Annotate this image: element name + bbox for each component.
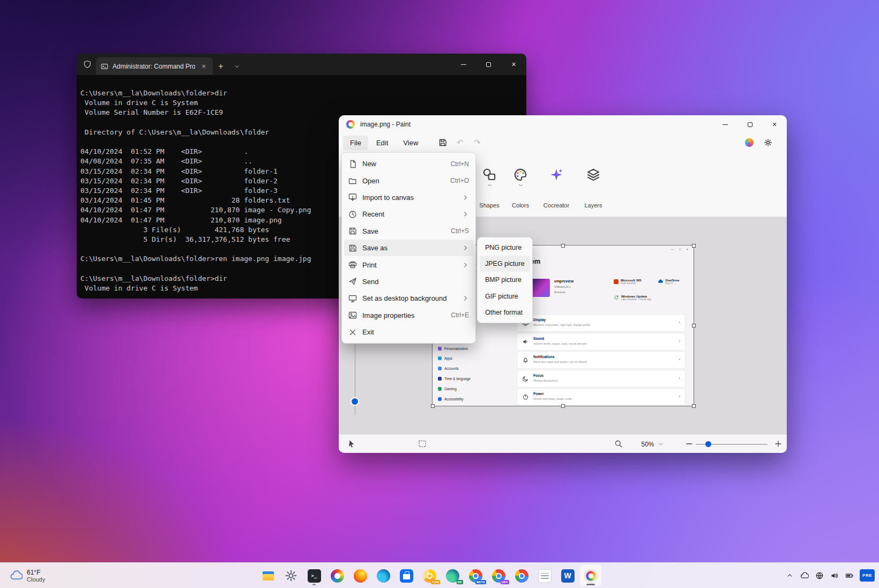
paint-close-button[interactable]: ×: [762, 115, 787, 133]
save-as-option-other-format[interactable]: Other format: [480, 304, 530, 321]
zoom-out-button[interactable]: [685, 440, 694, 448]
desktop-wallpaper: Administrator: Command Pro × + × C:\User…: [0, 0, 879, 588]
selection-handle[interactable]: [431, 404, 435, 408]
quick-link-microsoft-365[interactable]: Microsoft 365View benefits: [614, 279, 657, 285]
save-as-option-jpeg-picture[interactable]: JPEG picture: [480, 256, 530, 272]
taskbar-chrome-beta[interactable]: BETA: [465, 565, 486, 586]
zoom-to-selection-icon[interactable]: [614, 440, 623, 448]
selection-handle[interactable]: [692, 324, 696, 328]
quick-link-windows-update[interactable]: Windows UpdateLast checked: 7 hours ago: [614, 295, 657, 301]
file-menu-item-save[interactable]: SaveCtrl+S: [344, 223, 473, 240]
save-quick-button[interactable]: [435, 136, 451, 150]
ribbon-group-layers[interactable]: Layers: [576, 165, 611, 211]
taskbar-file-explorer[interactable]: [257, 565, 279, 586]
redo-button[interactable]: ↷: [469, 136, 485, 150]
taskbar-edge[interactable]: [373, 565, 394, 586]
file-menu-item-import-to-canvas[interactable]: Import to canvas: [344, 189, 473, 206]
nav-item-label: Gaming: [444, 387, 457, 391]
taskbar-chrome-dev[interactable]: DEV: [488, 565, 509, 586]
file-menu-item-print[interactable]: Print: [344, 256, 473, 273]
file-menu-item-new[interactable]: NewCtrl+N: [344, 155, 473, 172]
onedrive-tray-icon[interactable]: [800, 571, 809, 580]
paint-caption-buttons: ×: [713, 115, 787, 133]
copilot-icon[interactable]: [745, 138, 754, 147]
tray-overflow-chevron-icon[interactable]: [785, 571, 794, 580]
zoom-level-select[interactable]: 50%: [635, 438, 670, 450]
selection-handle[interactable]: [561, 244, 565, 248]
edge-icon: [377, 569, 390, 583]
file-menu-item-send[interactable]: Send: [344, 273, 473, 290]
terminal-icon: >_: [308, 569, 321, 583]
tab-close-button[interactable]: ×: [199, 62, 208, 71]
scrollbar-thumb[interactable]: [352, 398, 358, 405]
ribbon-group-label: Shapes: [479, 202, 499, 211]
settings-row-focus[interactable]: FocusReduce distractions›: [517, 370, 685, 387]
undo-button[interactable]: ↶: [452, 136, 468, 150]
quick-link-onedrive[interactable]: OneDriveSign in: [658, 279, 694, 285]
settings-nav-accounts[interactable]: Accounts: [438, 364, 512, 373]
settings-nav-time-language[interactable]: Time & language: [438, 374, 512, 383]
taskbar-microsoft-store[interactable]: [396, 565, 417, 586]
selection-handle[interactable]: [692, 404, 696, 408]
zoom-level-value: 50%: [641, 441, 654, 448]
settings-row-display[interactable]: DisplayMonitors, brightness, night light…: [517, 315, 685, 331]
settings-gear-icon[interactable]: [760, 136, 776, 150]
terminal-maximize-button[interactable]: [476, 54, 501, 75]
notepad-icon: [538, 569, 552, 583]
taskbar-terminal[interactable]: >_: [303, 565, 325, 586]
settings-row-notifications[interactable]: NotificationsAlerts from apps and system…: [517, 352, 685, 368]
ribbon-group-colors[interactable]: Colors: [503, 165, 538, 211]
menu-file[interactable]: File: [343, 136, 368, 150]
windows-update-icon: [614, 295, 619, 300]
menu-view[interactable]: View: [396, 136, 425, 150]
taskbar-chrome-canary[interactable]: CAN: [419, 565, 440, 586]
paint-minimize-button[interactable]: [713, 115, 738, 133]
volume-icon[interactable]: [830, 571, 839, 580]
taskbar-paint[interactable]: [580, 565, 601, 586]
file-menu-item-recent[interactable]: Recent: [344, 206, 473, 222]
network-icon[interactable]: [815, 571, 824, 580]
paint-maximize-button[interactable]: [738, 115, 762, 133]
terminal-close-button[interactable]: ×: [501, 54, 526, 75]
file-menu-item-image-properties[interactable]: Image propertiesCtrl+E: [344, 307, 473, 324]
terminal-tab[interactable]: Administrator: Command Pro ×: [96, 57, 213, 75]
taskbar-photos[interactable]: [326, 565, 348, 586]
settings-row-power[interactable]: PowerScreen and sleep, power mode›: [517, 389, 685, 405]
settings-nav-gaming[interactable]: Gaming: [438, 384, 512, 393]
taskbar-word[interactable]: W: [557, 565, 578, 586]
settings-row-sound[interactable]: SoundVolume levels, output, input, sound…: [517, 333, 685, 350]
taskbar-settings[interactable]: [280, 565, 302, 586]
zoom-in-button[interactable]: [774, 440, 783, 448]
taskbar-start[interactable]: [234, 565, 256, 586]
settings-nav-personalization[interactable]: Personalization: [438, 344, 512, 353]
save-as-option-png-picture[interactable]: PNG picture: [480, 240, 530, 256]
file-menu-item-save-as[interactable]: Save as: [344, 240, 473, 256]
settings-nav-accessibility[interactable]: Accessibility: [438, 395, 512, 403]
insider-preview-badge[interactable]: PRE: [860, 569, 875, 582]
selection-handle[interactable]: [692, 244, 696, 248]
terminal-minimize-button[interactable]: [451, 54, 476, 75]
shapes-icon: [482, 168, 496, 182]
settings-nav-apps[interactable]: Apps: [438, 354, 512, 363]
battery-icon[interactable]: [845, 571, 854, 580]
zoom-slider-thumb[interactable]: [705, 441, 711, 447]
file-menu-item-open[interactable]: OpenCtrl+O: [344, 172, 473, 189]
file-menu-item-exit[interactable]: Exit: [344, 324, 473, 340]
zoom-slider[interactable]: [696, 444, 768, 445]
file-menu-item-set-as-desktop-background[interactable]: Set as desktop background: [344, 290, 473, 307]
taskbar-notepad[interactable]: [534, 565, 555, 586]
taskbar-chrome[interactable]: [511, 565, 532, 586]
weather-widget[interactable]: 61°F Cloudy: [4, 565, 50, 586]
device-rename-link[interactable]: Rename: [554, 291, 565, 294]
save-as-option-bmp-picture[interactable]: BMP picture: [480, 272, 530, 288]
menu-edit[interactable]: Edit: [369, 136, 395, 150]
ribbon-group-cocreator[interactable]: Cocreator: [539, 165, 574, 211]
save-as-option-gif-picture[interactable]: GIF picture: [480, 288, 530, 304]
chevron-right-icon: ›: [679, 376, 680, 381]
selection-handle[interactable]: [561, 404, 565, 408]
taskbar-edge-beta[interactable]: BE: [442, 565, 463, 586]
tab-dropdown-button[interactable]: [229, 57, 245, 75]
new-tab-button[interactable]: +: [213, 57, 229, 75]
taskbar-firefox[interactable]: [349, 565, 371, 586]
ribbon-group-shapes[interactable]: Shapes: [472, 165, 507, 211]
